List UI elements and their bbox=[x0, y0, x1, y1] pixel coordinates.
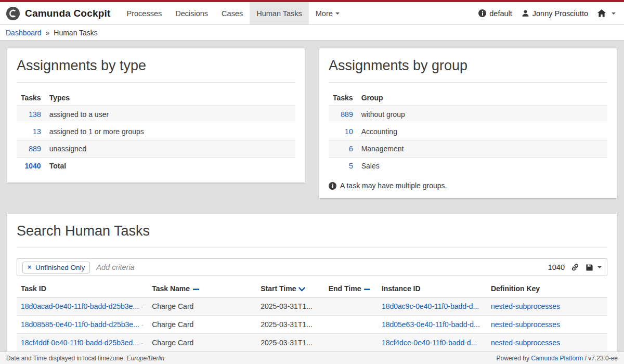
task-name-cell: Charge Card bbox=[148, 297, 256, 316]
link-icon bbox=[571, 263, 579, 271]
criteria-pill-unfinished-only[interactable]: × Unfinished Only bbox=[22, 262, 90, 274]
assignments-by-type-panel: Assignments by type Tasks Types 138 assi… bbox=[7, 48, 305, 183]
copy-search-link-button[interactable] bbox=[571, 263, 579, 271]
task-count-link[interactable]: 13 bbox=[33, 127, 41, 136]
id-separator: · bbox=[141, 321, 144, 329]
table-row: 18d08585-0e40-11f0-badd-d25b3e...· Charg… bbox=[17, 316, 607, 334]
info-icon bbox=[329, 182, 336, 190]
table-row: 5 Sales bbox=[329, 158, 607, 175]
panel-title: Assignments by type bbox=[17, 56, 295, 82]
definition-key-link[interactable]: nested-subprocesses bbox=[491, 302, 560, 310]
total-count-link[interactable]: 1040 bbox=[25, 162, 41, 170]
column-header-task-id[interactable]: Task ID bbox=[17, 280, 148, 297]
task-id-link[interactable]: 18d08585-0e40-11f0-badd-d25b3e... bbox=[21, 320, 139, 329]
task-count-link[interactable]: 10 bbox=[345, 127, 353, 136]
nav-item-processes[interactable]: Processes bbox=[120, 2, 169, 24]
instance-id-link[interactable]: 18d05e63-0e40-11f0-badd-d... bbox=[382, 320, 480, 329]
column-header-definition-key[interactable]: Definition Key bbox=[487, 280, 607, 297]
start-time-cell: 2025-03-31T1... bbox=[256, 316, 324, 334]
user-name: Jonny Prosciutto bbox=[532, 9, 588, 18]
breadcrumb-separator: » bbox=[46, 29, 50, 37]
id-separator: · bbox=[141, 303, 143, 310]
column-header-group: Group bbox=[357, 90, 607, 106]
breadcrumb: Dashboard » Human Tasks bbox=[0, 25, 624, 41]
table-row: 13 assigned to 1 or more groups bbox=[17, 123, 295, 140]
timezone-value: Europe/Berlin bbox=[126, 355, 164, 362]
user-icon bbox=[522, 9, 529, 17]
task-count-link[interactable]: 889 bbox=[29, 145, 41, 153]
task-name-cell: Charge Card bbox=[148, 316, 256, 334]
stats-panels-row: Assignments by type Tasks Types 138 assi… bbox=[7, 48, 617, 198]
assignments-by-group-panel: Assignments by group Tasks Group 889 wit… bbox=[319, 48, 617, 198]
column-header-start-time[interactable]: Start Time bbox=[256, 280, 324, 297]
nav-item-cases[interactable]: Cases bbox=[215, 2, 250, 24]
search-tools: 1040 bbox=[548, 263, 602, 271]
end-time-cell bbox=[324, 316, 378, 334]
total-row: 1040 Total bbox=[17, 158, 295, 175]
chevron-down-icon bbox=[335, 12, 340, 15]
criteria-pill-label: Unfinished Only bbox=[35, 264, 85, 271]
chevron-down-icon bbox=[597, 266, 602, 268]
note-text: A task may have multiple groups. bbox=[340, 181, 447, 190]
panel-title: Assignments by group bbox=[329, 56, 607, 82]
column-header-task-name[interactable]: Task Name bbox=[148, 280, 256, 297]
task-id-link[interactable]: 18d0acad-0e40-11f0-badd-d25b3e... bbox=[21, 302, 139, 310]
engine-name: default bbox=[489, 9, 512, 18]
human-tasks-results-table: Task ID Task Name Start Time End Time In… bbox=[17, 280, 607, 352]
camunda-platform-link[interactable]: Camunda Platform bbox=[531, 355, 583, 362]
column-header-end-time[interactable]: End Time bbox=[324, 280, 378, 297]
type-label: assigned to a user bbox=[45, 106, 295, 123]
total-label: Total bbox=[45, 158, 295, 175]
task-name-cell: Charge Card bbox=[148, 334, 256, 352]
table-row: 18cf4ddf-0e40-11f0-badd-d25b3ed...· Char… bbox=[17, 334, 607, 352]
info-icon bbox=[478, 9, 486, 17]
table-row: 138 assigned to a user bbox=[17, 106, 295, 123]
nav-item-more[interactable]: More bbox=[309, 2, 346, 24]
assignments-by-group-table: Tasks Group 889 without group 10 Account… bbox=[329, 90, 607, 174]
table-row: 18d0acad-0e40-11f0-badd-d25b3e...· Charg… bbox=[17, 297, 607, 316]
task-count-link[interactable]: 6 bbox=[349, 145, 353, 153]
assignments-by-type-table: Tasks Types 138 assigned to a user 13 as… bbox=[17, 90, 295, 174]
task-count-link[interactable]: 889 bbox=[341, 110, 353, 119]
user-menu[interactable]: Jonny Prosciutto bbox=[522, 9, 588, 18]
instance-id-link[interactable]: 18cf4dce-0e40-11f0-badd-d... bbox=[382, 339, 477, 347]
app-title: Camunda Cockpit bbox=[25, 8, 111, 19]
instance-id-link[interactable]: 18d0ac9c-0e40-11f0-badd-d... bbox=[382, 302, 479, 310]
nav-item-human-tasks[interactable]: Human Tasks bbox=[250, 2, 309, 24]
result-count: 1040 bbox=[548, 263, 565, 271]
camunda-logo-icon bbox=[6, 7, 20, 20]
sort-neutral-icon bbox=[364, 289, 370, 290]
table-row: 889 without group bbox=[329, 106, 607, 123]
main-nav: Processes Decisions Cases Human Tasks Mo… bbox=[120, 2, 346, 24]
app-brand[interactable]: Camunda Cockpit bbox=[6, 2, 111, 24]
definition-key-link[interactable]: nested-subprocesses bbox=[491, 320, 560, 329]
column-header-instance-id[interactable]: Instance ID bbox=[378, 280, 487, 297]
search-criteria-bar[interactable]: × Unfinished Only Add criteria 1040 bbox=[17, 258, 607, 276]
column-header-tasks: Tasks bbox=[17, 90, 45, 106]
app-switcher[interactable] bbox=[597, 9, 616, 17]
task-count-link[interactable]: 5 bbox=[349, 162, 353, 170]
add-criteria-placeholder[interactable]: Add criteria bbox=[96, 263, 541, 271]
end-time-cell bbox=[324, 297, 378, 316]
nav-item-decisions[interactable]: Decisions bbox=[168, 2, 215, 24]
group-label: Sales bbox=[357, 158, 607, 175]
panel-title: Search Human Tasks bbox=[17, 221, 607, 248]
breadcrumb-current: Human Tasks bbox=[54, 29, 98, 37]
definition-key-link[interactable]: nested-subprocesses bbox=[491, 339, 560, 347]
save-search-dropdown[interactable] bbox=[586, 264, 602, 271]
divider bbox=[17, 248, 607, 248]
table-row: 889 unassigned bbox=[17, 140, 295, 158]
page-footer: Date and Time displayed in local timezon… bbox=[0, 352, 624, 364]
engine-selector[interactable]: default bbox=[478, 9, 512, 18]
start-time-cell: 2025-03-31T1... bbox=[256, 334, 324, 352]
task-count-link[interactable]: 138 bbox=[29, 110, 41, 119]
start-time-cell: 2025-03-31T1... bbox=[256, 297, 324, 316]
table-row: 10 Accounting bbox=[329, 123, 607, 140]
remove-criteria-icon[interactable]: × bbox=[28, 264, 31, 270]
group-label: without group bbox=[357, 106, 607, 123]
task-id-link[interactable]: 18cf4ddf-0e40-11f0-badd-d25b3ed... bbox=[21, 339, 139, 347]
type-label: assigned to 1 or more groups bbox=[45, 123, 295, 140]
breadcrumb-dashboard-link[interactable]: Dashboard bbox=[6, 29, 42, 37]
group-label: Management bbox=[357, 140, 607, 158]
table-row: 6 Management bbox=[329, 140, 607, 158]
